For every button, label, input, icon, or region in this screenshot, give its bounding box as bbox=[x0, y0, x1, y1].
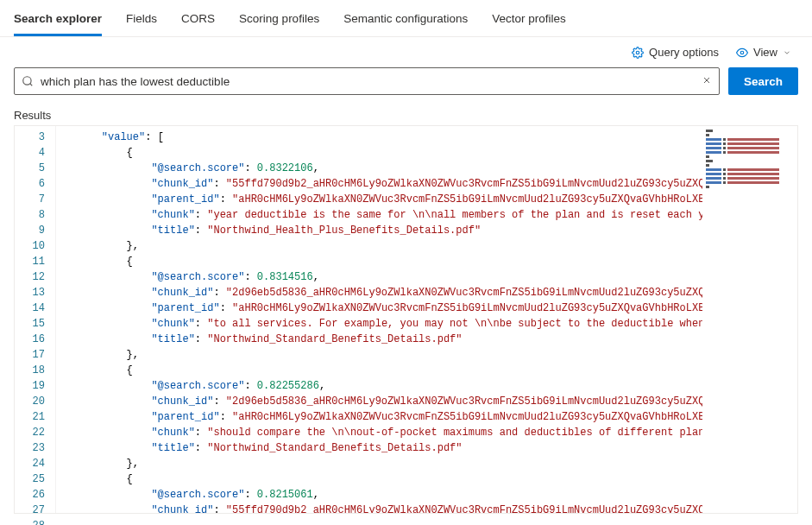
view-button[interactable]: View bbox=[736, 46, 791, 59]
code-line: { bbox=[77, 145, 702, 161]
code-line: { bbox=[77, 254, 702, 269]
svg-point-2 bbox=[23, 77, 31, 85]
code-line: "value": [ bbox=[77, 130, 702, 145]
code-line: "chunk_id": "55ffd790d9b2_aHR0cHM6Ly9oZW… bbox=[77, 503, 702, 513]
code-line: "title": "Northwind_Standard_Benefits_De… bbox=[77, 332, 702, 347]
code-line: "@search.score": 0.8322106, bbox=[77, 161, 702, 176]
code-line: "chunk_id": "2d96eb5d5836_aHR0cHM6Ly9oZW… bbox=[77, 285, 702, 300]
code-line: "title": "Northwind_Health_Plus_Benefits… bbox=[77, 223, 702, 238]
code-line: "chunk_id": "2d96eb5d5836_aHR0cHM6Ly9oZW… bbox=[77, 394, 702, 409]
line-gutter: 3456789101112131415161718192021222324252… bbox=[15, 126, 56, 513]
tab-fields[interactable]: Fields bbox=[126, 7, 157, 36]
code-line: "title": "Northwind_Standard_Benefits_De… bbox=[77, 440, 702, 456]
code-line: "chunk": "to all services. For example, … bbox=[77, 316, 702, 332]
query-options-label: Query options bbox=[649, 46, 719, 59]
tab-search-explorer[interactable]: Search explorer bbox=[14, 7, 102, 36]
tab-scoring-profiles[interactable]: Scoring profiles bbox=[239, 7, 319, 36]
gear-icon bbox=[632, 47, 644, 59]
chevron-down-icon bbox=[783, 48, 791, 57]
code-line: }, bbox=[77, 238, 702, 254]
svg-point-0 bbox=[636, 51, 639, 54]
search-icon bbox=[22, 75, 34, 87]
view-label: View bbox=[753, 46, 777, 59]
search-row: Search bbox=[0, 64, 812, 104]
code-line: "@search.score": 0.8314516, bbox=[77, 269, 702, 285]
code-line: "chunk_id": "55ffd790d9b2_aHR0cHM6Ly9oZW… bbox=[77, 176, 702, 192]
results-editor: 3456789101112131415161718192021222324252… bbox=[14, 125, 798, 514]
query-options-button[interactable]: Query options bbox=[632, 46, 719, 59]
clear-icon[interactable] bbox=[702, 75, 712, 88]
tab-bar: Search explorer Fields CORS Scoring prof… bbox=[0, 0, 812, 37]
code-line: }, bbox=[77, 347, 702, 363]
svg-point-1 bbox=[740, 51, 744, 54]
code-line: "@search.score": 0.8215061, bbox=[77, 487, 702, 503]
code-line: "parent_id": "aHR0cHM6Ly9oZWlkaXN0ZWVuc3… bbox=[77, 300, 702, 316]
tab-vector-profiles[interactable]: Vector profiles bbox=[492, 7, 566, 36]
code-area[interactable]: "value": [ { "@search.score": 0.8322106,… bbox=[56, 126, 702, 513]
tab-semantic-configurations[interactable]: Semantic configurations bbox=[343, 7, 468, 36]
search-box[interactable] bbox=[14, 67, 720, 95]
code-line: "chunk": "should compare the \n\nout-of-… bbox=[77, 425, 702, 440]
search-button[interactable]: Search bbox=[728, 67, 798, 95]
minimap[interactable] bbox=[702, 126, 797, 513]
results-label: Results bbox=[0, 104, 812, 125]
toolbar: Query options View bbox=[0, 37, 812, 64]
eye-icon bbox=[736, 47, 748, 59]
search-input[interactable] bbox=[34, 75, 702, 88]
code-line: "parent_id": "aHR0cHM6Ly9oZWlkaXN0ZWVuc3… bbox=[77, 192, 702, 207]
tab-cors[interactable]: CORS bbox=[181, 7, 215, 36]
code-line: "chunk": "year deductible is the same fo… bbox=[77, 207, 702, 223]
code-line: { bbox=[77, 471, 702, 487]
svg-line-3 bbox=[30, 84, 33, 86]
code-line: { bbox=[77, 363, 702, 378]
code-line: "parent_id": "aHR0cHM6Ly9oZWlkaXN0ZWVuc3… bbox=[77, 409, 702, 425]
code-line: }, bbox=[77, 456, 702, 471]
code-line: "@search.score": 0.82255286, bbox=[77, 378, 702, 394]
